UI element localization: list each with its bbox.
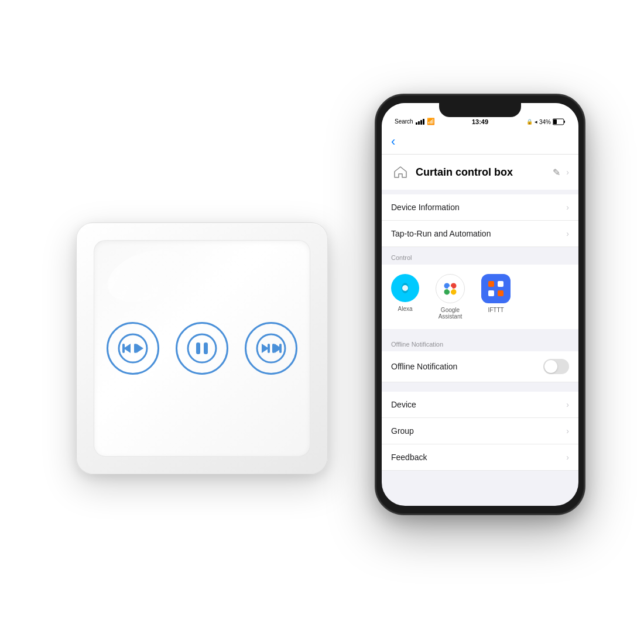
screen-content: Device Information › Tap-to-Run and Auto… bbox=[382, 194, 578, 506]
back-button[interactable]: ‹ bbox=[391, 134, 395, 149]
pause-button[interactable] bbox=[176, 322, 228, 375]
battery-label: 34% bbox=[539, 119, 551, 125]
google-assistant-label: Google Assistant bbox=[439, 307, 463, 320]
device-info-label: Device Information bbox=[391, 203, 460, 212]
status-right: 🔒 ◂ 34% bbox=[526, 118, 566, 125]
spacer-1 bbox=[382, 382, 578, 387]
voice-control-label: Control bbox=[391, 254, 412, 261]
phone-screen: Search 📶 13:49 🔒 ◂ 34% bbox=[382, 103, 578, 506]
open-curtain-button[interactable] bbox=[107, 322, 159, 375]
phone: Search 📶 13:49 🔒 ◂ 34% bbox=[375, 94, 585, 515]
volume-down-button bbox=[375, 229, 376, 262]
svg-rect-7 bbox=[204, 342, 208, 354]
device-menu-label: Device bbox=[391, 400, 416, 409]
wifi-icon: 📶 bbox=[427, 118, 435, 125]
header-chevron: › bbox=[566, 167, 569, 177]
menu-item-feedback[interactable]: Feedback › bbox=[382, 444, 578, 471]
mute-button bbox=[375, 165, 376, 183]
scene: Search 📶 13:49 🔒 ◂ 34% bbox=[59, 94, 585, 550]
automation-label: Tap-to-Run and Automation bbox=[391, 229, 491, 238]
lock-icon: 🔒 bbox=[526, 119, 533, 125]
menu-item-automation[interactable]: Tap-to-Run and Automation › bbox=[382, 221, 578, 247]
main-menu-list: Device Information › Tap-to-Run and Auto… bbox=[382, 194, 578, 247]
status-time: 13:49 bbox=[472, 118, 488, 125]
voice-control-row: Alexa bbox=[382, 265, 578, 334]
google-assistant-item[interactable]: Google Assistant bbox=[436, 274, 465, 320]
battery-icon bbox=[553, 118, 566, 125]
notification-section-header: Offline Notification bbox=[382, 334, 578, 351]
svg-rect-11 bbox=[272, 344, 275, 353]
menu-item-device-info[interactable]: Device Information › bbox=[382, 194, 578, 221]
feedback-menu-chevron: › bbox=[566, 453, 569, 462]
notification-section-label: Offline Notification bbox=[391, 341, 443, 348]
close-curtain-button[interactable] bbox=[245, 322, 297, 375]
ifttt-item[interactable]: IFTTT bbox=[481, 274, 511, 313]
svg-rect-26 bbox=[485, 278, 506, 299]
status-left: Search 📶 bbox=[395, 118, 435, 125]
svg-point-25 bbox=[448, 286, 453, 291]
alexa-item[interactable]: Alexa bbox=[391, 274, 419, 312]
google-assistant-icon bbox=[436, 274, 465, 303]
home-icon bbox=[391, 163, 410, 181]
bottom-menu: Device › Group › Feedback › bbox=[382, 392, 578, 471]
automation-chevron: › bbox=[566, 229, 569, 238]
svg-rect-28 bbox=[498, 281, 503, 287]
ifttt-icon bbox=[481, 274, 511, 303]
switch-device bbox=[76, 222, 328, 474]
device-menu-chevron: › bbox=[566, 400, 569, 409]
power-button bbox=[584, 189, 585, 224]
svg-rect-6 bbox=[196, 342, 200, 354]
volume-up-button bbox=[375, 191, 376, 224]
phone-notch bbox=[439, 103, 521, 117]
notification-section: Offline Notification bbox=[382, 351, 578, 382]
edit-icon[interactable]: ✎ bbox=[553, 167, 560, 178]
carrier-label: Search bbox=[395, 118, 413, 125]
svg-rect-27 bbox=[488, 281, 494, 287]
signal-icon bbox=[416, 119, 424, 125]
svg-rect-13 bbox=[279, 344, 282, 353]
svg-marker-4 bbox=[136, 344, 143, 353]
notification-toggle[interactable] bbox=[543, 359, 569, 374]
alexa-label: Alexa bbox=[398, 306, 412, 312]
svg-rect-2 bbox=[122, 344, 125, 353]
menu-item-group[interactable]: Group › bbox=[382, 418, 578, 444]
feedback-menu-label: Feedback bbox=[391, 453, 427, 462]
group-menu-chevron: › bbox=[566, 426, 569, 436]
svg-rect-29 bbox=[488, 290, 494, 296]
menu-item-device[interactable]: Device › bbox=[382, 392, 578, 418]
svg-point-5 bbox=[188, 334, 216, 362]
voice-control-section-header: Control bbox=[382, 247, 578, 265]
svg-rect-30 bbox=[498, 290, 503, 296]
device-info-chevron: › bbox=[566, 203, 569, 212]
device-title: Curtain control box bbox=[416, 166, 547, 179]
group-menu-label: Group bbox=[391, 426, 414, 436]
device-header: Curtain control box ✎ › bbox=[382, 155, 578, 194]
notification-item: Offline Notification bbox=[382, 351, 578, 382]
svg-rect-15 bbox=[553, 119, 557, 124]
alexa-icon bbox=[391, 274, 419, 302]
ifttt-label: IFTTT bbox=[488, 307, 503, 313]
svg-rect-3 bbox=[134, 344, 136, 353]
svg-point-19 bbox=[402, 285, 408, 291]
svg-rect-16 bbox=[564, 121, 565, 123]
svg-rect-10 bbox=[268, 344, 270, 353]
notification-label: Offline Notification bbox=[391, 362, 457, 371]
switch-panel bbox=[94, 240, 310, 457]
nav-bar: ‹ bbox=[382, 129, 578, 155]
location-icon: ◂ bbox=[535, 119, 537, 125]
